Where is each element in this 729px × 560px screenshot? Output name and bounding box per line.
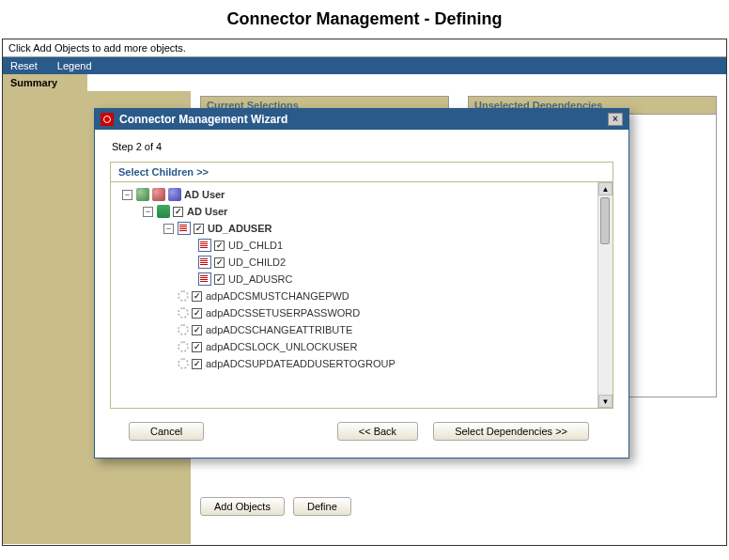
folder1-icon xyxy=(136,188,149,201)
stack-icon xyxy=(157,205,170,218)
tree-item-label: adpADCSSETUSERPASSWORD xyxy=(206,304,360,321)
checkbox[interactable] xyxy=(192,325,202,335)
gear-icon xyxy=(178,307,189,319)
tree-item-label: UD_ADUSER xyxy=(208,220,271,237)
menu-bar: Reset Legend xyxy=(3,57,726,74)
tree-panel: Select Children >> −AD User−AD User−UD_A… xyxy=(110,162,613,409)
summary-tab[interactable]: Summary xyxy=(3,74,87,91)
menu-legend[interactable]: Legend xyxy=(57,60,92,71)
tree-item[interactable]: adpADCSCHANGEATTRIBUTE xyxy=(122,321,594,338)
tree-item-label: AD User xyxy=(184,186,225,203)
tree-item[interactable]: adpADCSMUSTCHANGEPWD xyxy=(122,288,594,304)
select-dependencies-button[interactable]: Select Dependencies >> xyxy=(433,422,589,441)
checkbox[interactable] xyxy=(192,291,202,302)
tree-item[interactable]: adpADCSLOCK_UNLOCKUSER xyxy=(122,338,594,355)
doc-icon xyxy=(178,222,191,235)
checkbox[interactable] xyxy=(173,207,183,217)
tree-item-label: UD_CHLD1 xyxy=(228,237,283,254)
checkbox[interactable] xyxy=(214,274,225,285)
oracle-icon xyxy=(101,113,114,126)
tree-item[interactable]: UD_CHLD1 xyxy=(122,237,594,254)
checkbox[interactable] xyxy=(192,308,202,319)
doc-icon xyxy=(198,239,211,252)
cancel-button[interactable]: Cancel xyxy=(129,422,204,441)
gear-icon xyxy=(178,341,189,352)
tree-item-label: AD User xyxy=(187,203,227,220)
checkbox[interactable] xyxy=(192,359,202,369)
scroll-up-icon[interactable]: ▲ xyxy=(598,182,613,195)
menu-reset[interactable]: Reset xyxy=(10,60,38,71)
checkbox[interactable] xyxy=(214,257,225,268)
folder3-icon xyxy=(168,188,181,201)
dialog-titlebar[interactable]: Connector Management Wizard × xyxy=(95,109,628,130)
tree-item[interactable]: UD_CHILD2 xyxy=(122,254,594,271)
tree-item[interactable]: adpADCSUPDATEADDUSERTOGROUP xyxy=(122,355,594,372)
gear-icon xyxy=(178,358,189,369)
dialog-title: Connector Management Wizard xyxy=(119,113,287,126)
tree-item[interactable]: −AD User xyxy=(122,186,594,203)
scroll-thumb[interactable] xyxy=(600,197,610,244)
hint-bar: Click Add Objects to add more objects. xyxy=(3,39,726,57)
tree-item[interactable]: UD_ADUSRC xyxy=(122,271,594,288)
checkbox[interactable] xyxy=(214,241,225,251)
tree-item-label: UD_CHILD2 xyxy=(228,254,286,271)
define-button[interactable]: Define xyxy=(293,497,351,516)
checkbox[interactable] xyxy=(192,342,202,352)
page-title: Connector Management - Defining xyxy=(0,0,729,39)
connector-wizard-dialog: Connector Management Wizard × Step 2 of … xyxy=(94,108,629,459)
collapse-icon[interactable]: − xyxy=(163,224,174,234)
select-children-header[interactable]: Select Children >> xyxy=(111,163,613,182)
tree[interactable]: −AD User−AD User−UD_ADUSERUD_CHLD1UD_CHI… xyxy=(111,182,597,408)
step-label: Step 2 of 4 xyxy=(112,141,613,152)
gear-icon xyxy=(178,324,189,335)
tree-item-label: adpADCSLOCK_UNLOCKUSER xyxy=(206,338,357,355)
tree-item[interactable]: adpADCSSETUSERPASSWORD xyxy=(122,304,594,321)
tree-item[interactable]: −UD_ADUSER xyxy=(122,220,594,237)
add-objects-button[interactable]: Add Objects xyxy=(200,497,285,516)
close-icon[interactable]: × xyxy=(608,113,623,126)
checkbox[interactable] xyxy=(194,224,204,234)
gear-icon xyxy=(178,290,189,302)
back-button[interactable]: << Back xyxy=(337,422,418,441)
tree-item-label: adpADCSUPDATEADDUSERTOGROUP xyxy=(206,355,396,372)
tree-item[interactable]: −AD User xyxy=(122,203,594,220)
tree-item-label: adpADCSCHANGEATTRIBUTE xyxy=(206,321,352,338)
scroll-down-icon[interactable]: ▼ xyxy=(598,395,613,408)
doc-icon xyxy=(198,256,211,269)
scrollbar[interactable]: ▲ ▼ xyxy=(597,182,613,408)
collapse-icon[interactable]: − xyxy=(122,190,132,200)
folder2-icon xyxy=(152,188,165,201)
collapse-icon[interactable]: − xyxy=(143,207,153,217)
tree-item-label: adpADCSMUSTCHANGEPWD xyxy=(206,288,349,304)
tree-item-label: UD_ADUSRC xyxy=(228,271,292,288)
doc-icon xyxy=(198,272,211,286)
